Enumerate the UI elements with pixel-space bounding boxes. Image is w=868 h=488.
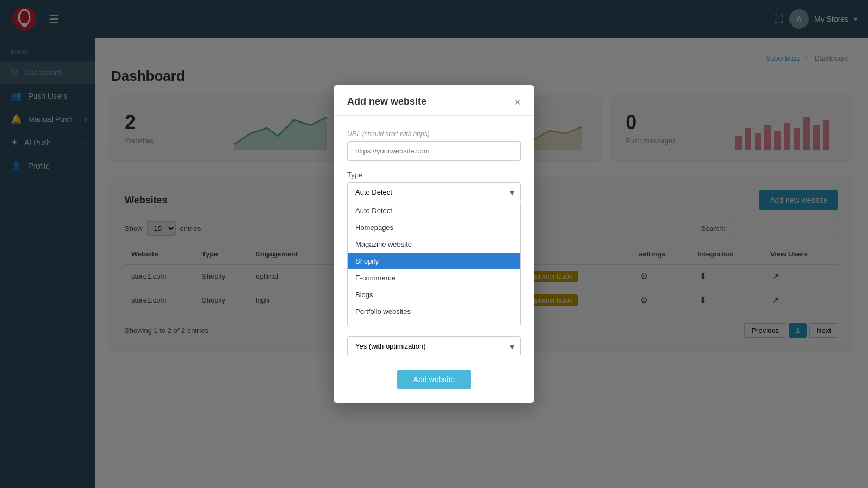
- modal-title: Add new website: [347, 96, 426, 107]
- type-form-group: Type Auto Detect ▾ Auto Detect Homepages…: [347, 171, 521, 326]
- modal-body: URL (should start with https) Type Auto …: [334, 116, 534, 370]
- optimization-select-wrapper: Yes (with optimization) No (without opti…: [347, 336, 521, 356]
- dropdown-item-portfolio[interactable]: Portfolio websites: [348, 303, 520, 320]
- modal-close-button[interactable]: ×: [514, 97, 521, 107]
- dropdown-item-magazine[interactable]: Magazine website: [348, 236, 520, 253]
- dropdown-item-landing[interactable]: Landing pages: [348, 320, 520, 326]
- dropdown-item-auto-detect[interactable]: Auto Detect: [348, 202, 520, 219]
- modal-header: Add new website ×: [334, 85, 534, 116]
- type-label: Type: [347, 171, 521, 179]
- url-label: URL (should start with https): [347, 130, 521, 138]
- modal-footer: Add website: [334, 370, 534, 403]
- add-website-submit-button[interactable]: Add website: [397, 370, 471, 389]
- url-hint: (should start with https): [362, 130, 430, 138]
- dropdown-item-shopify[interactable]: Shopify: [348, 253, 520, 269]
- add-website-modal: Add new website × URL (should start with…: [334, 85, 534, 403]
- url-form-group: URL (should start with https): [347, 130, 521, 161]
- type-dropdown-list[interactable]: Auto Detect Homepages Magazine website S…: [347, 202, 521, 326]
- dropdown-item-ecommerce[interactable]: E-commerce: [348, 269, 520, 286]
- type-select[interactable]: Auto Detect: [347, 182, 521, 202]
- modal-overlay[interactable]: Add new website × URL (should start with…: [0, 0, 868, 488]
- dropdown-item-blogs[interactable]: Blogs: [348, 286, 520, 303]
- optimization-select[interactable]: Yes (with optimization) No (without opti…: [347, 336, 521, 356]
- dropdown-item-homepages[interactable]: Homepages: [348, 219, 520, 236]
- url-input[interactable]: [347, 141, 521, 161]
- type-select-wrapper: Auto Detect ▾: [347, 182, 521, 202]
